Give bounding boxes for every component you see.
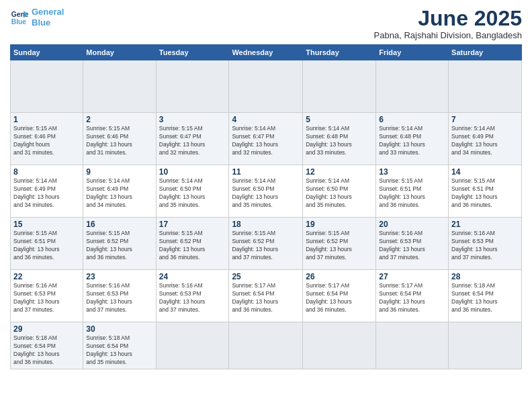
day-info-3: Sunrise: 5:15 AMSunset: 6:47 PMDaylight:… [159,125,226,157]
day-number-27: 27 [379,272,445,281]
header: General Blue General Blue June 2025 Pabn… [10,7,522,40]
day-info-21: Sunrise: 5:16 AMSunset: 6:53 PMDaylight:… [451,230,519,262]
svg-text:Blue: Blue [11,18,27,26]
header-monday: Monday [83,45,156,60]
day-info-2: Sunrise: 5:15 AMSunset: 6:46 PMDaylight:… [86,125,152,157]
week-row-3: 8 Sunrise: 5:14 AMSunset: 6:49 PMDayligh… [11,165,522,218]
day-cell-30: 30 Sunrise: 5:18 AMSunset: 6:54 PMDaylig… [83,322,156,369]
day-number-24: 24 [159,272,226,281]
day-info-9: Sunrise: 5:14 AMSunset: 6:49 PMDaylight:… [86,177,152,210]
day-number-9: 9 [86,167,152,177]
day-cell-18: 18 Sunrise: 5:15 AMSunset: 6:52 PMDaylig… [229,218,303,270]
logo: General Blue General Blue [10,7,64,28]
day-info-11: Sunrise: 5:14 AMSunset: 6:50 PMDaylight:… [232,177,300,210]
day-info-30: Sunrise: 5:18 AMSunset: 6:54 PMDaylight:… [86,334,152,367]
day-cell-2: 2 Sunrise: 5:15 AMSunset: 6:46 PMDayligh… [83,113,156,165]
day-cell-22: 22 Sunrise: 5:16 AMSunset: 6:53 PMDaylig… [11,270,83,322]
day-cell-14: 14 Sunrise: 5:15 AMSunset: 6:51 PMDaylig… [449,165,522,218]
day-cell-17: 17 Sunrise: 5:15 AMSunset: 6:52 PMDaylig… [156,218,229,270]
day-number-13: 13 [379,167,445,177]
header-sunday: Sunday [11,45,83,60]
day-info-4: Sunrise: 5:14 AMSunset: 6:47 PMDaylight:… [232,125,300,157]
day-cell-4: 4 Sunrise: 5:14 AMSunset: 6:47 PMDayligh… [229,113,303,165]
day-number-20: 20 [379,220,445,229]
day-number-21: 21 [451,220,519,229]
day-cell-16: 16 Sunrise: 5:15 AMSunset: 6:52 PMDaylig… [83,218,156,270]
day-info-24: Sunrise: 5:16 AMSunset: 6:53 PMDaylight:… [159,282,226,314]
day-info-14: Sunrise: 5:15 AMSunset: 6:51 PMDaylight:… [451,177,519,210]
day-cell-9: 9 Sunrise: 5:14 AMSunset: 6:49 PMDayligh… [83,165,156,218]
day-info-15: Sunrise: 5:15 AMSunset: 6:51 PMDaylight:… [13,230,80,262]
empty-cell [303,60,376,113]
day-cell-28: 28 Sunrise: 5:18 AMSunset: 6:54 PMDaylig… [449,270,522,322]
calendar-table: Sunday Monday Tuesday Wednesday Thursday… [10,44,522,369]
logo-text: General Blue [32,7,64,28]
empty-cell [303,322,376,369]
day-cell-6: 6 Sunrise: 5:14 AMSunset: 6:48 PMDayligh… [376,113,449,165]
day-number-6: 6 [379,115,445,124]
day-cell-20: 20 Sunrise: 5:16 AMSunset: 6:53 PMDaylig… [376,218,449,270]
day-info-20: Sunrise: 5:16 AMSunset: 6:53 PMDaylight:… [379,230,445,262]
title-area: June 2025 Pabna, Rajshahi Division, Bang… [374,7,522,40]
day-cell-27: 27 Sunrise: 5:17 AMSunset: 6:54 PMDaylig… [376,270,449,322]
day-info-1: Sunrise: 5:15 AMSunset: 6:46 PMDaylight … [13,125,80,157]
day-number-7: 7 [451,115,519,124]
header-thursday: Thursday [303,45,376,60]
day-info-7: Sunrise: 5:14 AMSunset: 6:49 PMDaylight:… [451,125,519,157]
day-info-6: Sunrise: 5:14 AMSunset: 6:48 PMDaylight:… [379,125,445,157]
day-number-11: 11 [232,167,300,177]
header-tuesday: Tuesday [156,45,229,60]
day-cell-23: 23 Sunrise: 5:16 AMSunset: 6:53 PMDaylig… [83,270,156,322]
day-cell-8: 8 Sunrise: 5:14 AMSunset: 6:49 PMDayligh… [11,165,83,218]
empty-cell [376,322,449,369]
day-cell-24: 24 Sunrise: 5:16 AMSunset: 6:53 PMDaylig… [156,270,229,322]
day-number-26: 26 [306,272,373,281]
header-friday: Friday [376,45,449,60]
day-cell-3: 3 Sunrise: 5:15 AMSunset: 6:47 PMDayligh… [156,113,229,165]
day-info-25: Sunrise: 5:17 AMSunset: 6:54 PMDaylight:… [232,282,300,314]
week-row-1 [11,60,522,113]
day-cell-1: 1 Sunrise: 5:15 AMSunset: 6:46 PMDayligh… [11,113,83,165]
empty-cell [156,322,229,369]
day-number-8: 8 [13,167,80,177]
day-number-1: 1 [13,115,80,124]
empty-cell [376,60,449,113]
day-number-29: 29 [13,324,80,334]
day-info-5: Sunrise: 5:14 AMSunset: 6:48 PMDaylight:… [306,125,373,157]
empty-cell [11,60,83,113]
day-cell-13: 13 Sunrise: 5:15 AMSunset: 6:51 PMDaylig… [376,165,449,218]
day-cell-5: 5 Sunrise: 5:14 AMSunset: 6:48 PMDayligh… [303,113,376,165]
empty-cell [156,60,229,113]
day-number-22: 22 [13,272,80,281]
day-cell-15: 15 Sunrise: 5:15 AMSunset: 6:51 PMDaylig… [11,218,83,270]
day-info-8: Sunrise: 5:14 AMSunset: 6:49 PMDaylight:… [13,177,80,210]
day-info-28: Sunrise: 5:18 AMSunset: 6:54 PMDaylight:… [451,282,519,314]
month-title: June 2025 [374,7,522,30]
empty-cell [83,60,156,113]
day-cell-21: 21 Sunrise: 5:16 AMSunset: 6:53 PMDaylig… [449,218,522,270]
day-number-17: 17 [159,220,226,229]
day-cell-7: 7 Sunrise: 5:14 AMSunset: 6:49 PMDayligh… [449,113,522,165]
day-cell-11: 11 Sunrise: 5:14 AMSunset: 6:50 PMDaylig… [229,165,303,218]
page: General Blue General Blue June 2025 Pabn… [0,0,532,411]
day-number-15: 15 [13,220,80,229]
day-number-4: 4 [232,115,300,124]
day-number-5: 5 [306,115,373,124]
day-number-23: 23 [86,272,152,281]
day-cell-10: 10 Sunrise: 5:14 AMSunset: 6:50 PMDaylig… [156,165,229,218]
week-row-5: 22 Sunrise: 5:16 AMSunset: 6:53 PMDaylig… [11,270,522,322]
week-row-2: 1 Sunrise: 5:15 AMSunset: 6:46 PMDayligh… [11,113,522,165]
day-number-12: 12 [306,167,373,177]
day-cell-12: 12 Sunrise: 5:14 AMSunset: 6:50 PMDaylig… [303,165,376,218]
day-info-16: Sunrise: 5:15 AMSunset: 6:52 PMDaylight:… [86,230,152,262]
logo-line2: Blue [32,17,50,28]
location-subtitle: Pabna, Rajshahi Division, Bangladesh [374,30,522,40]
day-number-25: 25 [232,272,300,281]
day-number-10: 10 [159,167,226,177]
day-info-23: Sunrise: 5:16 AMSunset: 6:53 PMDaylight:… [86,282,152,314]
calendar-header-row: Sunday Monday Tuesday Wednesday Thursday… [11,45,522,60]
day-info-22: Sunrise: 5:16 AMSunset: 6:53 PMDaylight:… [13,282,80,314]
logo-icon: General Blue [10,8,29,27]
day-info-27: Sunrise: 5:17 AMSunset: 6:54 PMDaylight:… [379,282,445,314]
day-number-16: 16 [86,220,152,229]
